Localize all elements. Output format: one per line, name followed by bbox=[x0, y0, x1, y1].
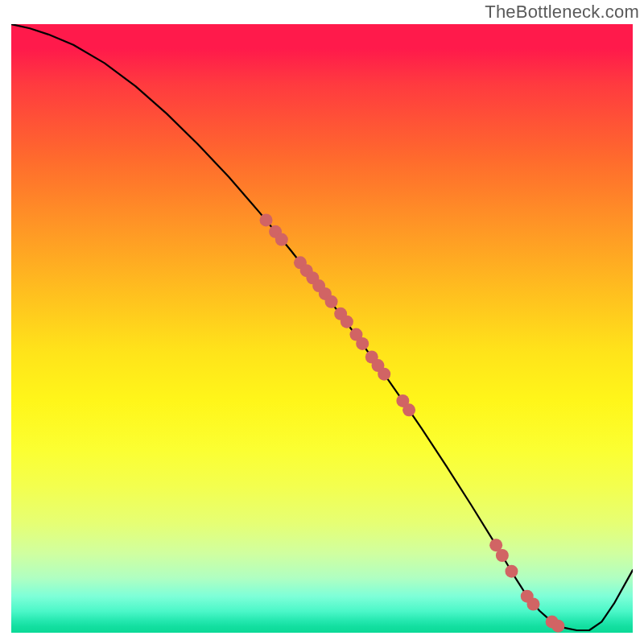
data-marker bbox=[402, 403, 415, 416]
bottleneck-curve bbox=[11, 24, 633, 630]
watermark-text: TheBottleneck.com bbox=[485, 2, 639, 23]
data-marker bbox=[341, 316, 353, 328]
chart-svg bbox=[11, 24, 633, 633]
data-markers-group bbox=[260, 213, 565, 632]
data-marker bbox=[496, 549, 509, 562]
data-marker bbox=[551, 620, 564, 633]
data-marker bbox=[378, 368, 390, 381]
gradient-plot-area bbox=[11, 24, 633, 633]
chart-stage: TheBottleneck.com bbox=[0, 0, 644, 644]
data-marker bbox=[325, 295, 338, 308]
data-marker bbox=[275, 233, 288, 246]
data-marker bbox=[356, 337, 369, 350]
data-marker bbox=[505, 565, 518, 578]
data-marker bbox=[526, 597, 539, 610]
data-marker bbox=[260, 213, 273, 226]
